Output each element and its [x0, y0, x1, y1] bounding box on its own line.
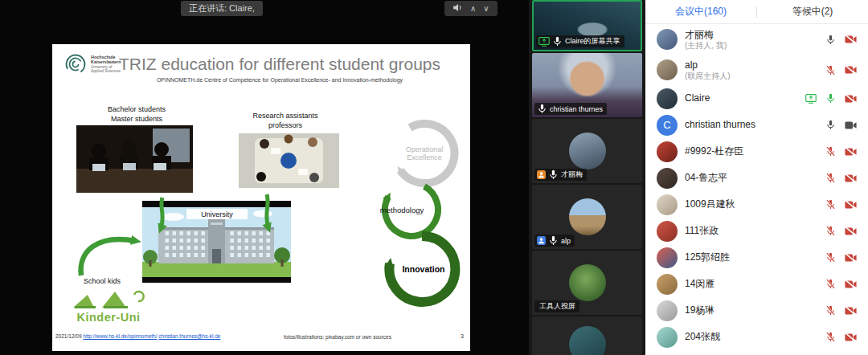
mic-icon[interactable] [825, 120, 836, 130]
meeting-window: 正在讲话: Claire, ∧ ∨ Hochschule [0, 0, 868, 355]
participant-info: 才丽梅 (主持人, 我) [685, 29, 825, 51]
slide-subtitle: OPINNOMETH.de Centre of Competence for O… [99, 77, 461, 83]
participant-row[interactable]: Claire [645, 85, 868, 112]
participant-row[interactable]: 125郭绍胜 [645, 244, 868, 271]
avatar [657, 141, 678, 162]
logo-spiral-icon [63, 52, 88, 76]
avatar [657, 59, 678, 80]
mic-icon[interactable] [825, 93, 836, 104]
camera-icon[interactable] [845, 333, 857, 342]
green-arrow-down-icon [150, 195, 174, 239]
participant-row[interactable]: 19杨琳 [645, 297, 868, 324]
mic-icon[interactable] [537, 104, 547, 114]
mic-icon[interactable] [825, 332, 836, 342]
mic-icon[interactable] [825, 279, 836, 289]
video-tile-label: christian thurnes [534, 103, 607, 115]
stage-toolbar[interactable]: ∧ ∨ [444, 1, 497, 16]
ring3-label: Innovation [402, 264, 444, 274]
mic-icon[interactable] [825, 305, 836, 316]
camera-icon[interactable] [845, 35, 857, 44]
mic-icon[interactable] [825, 146, 836, 157]
tile-status-icons [537, 169, 559, 180]
participant-row[interactable]: 14闵雁 [645, 271, 868, 297]
speaking-indicator: 正在讲话: Claire, [181, 1, 263, 16]
speaker-icon[interactable] [452, 3, 463, 14]
tile-status-icons [537, 235, 559, 246]
kinder-uni-text: Kinder-Uni [68, 311, 149, 324]
participant-row[interactable]: 1009吕建秋 [645, 191, 868, 218]
camera-icon[interactable] [845, 280, 857, 289]
participant-row[interactable]: 111张政 [645, 218, 868, 244]
avatar [657, 168, 678, 189]
speaking-label: 正在讲话: Claire, [189, 2, 255, 14]
participant-row[interactable]: alp (联席主持人) [645, 55, 868, 85]
chevron-up-icon[interactable]: ∧ [470, 5, 476, 13]
screen-share-icon [538, 37, 550, 47]
row-status-icons [825, 279, 857, 289]
video-tile[interactable]: 才丽梅 [532, 119, 642, 183]
avatar [657, 221, 678, 242]
avatar [657, 300, 678, 321]
mic-icon[interactable] [825, 173, 836, 183]
mic-icon[interactable] [548, 235, 559, 246]
tile-status-icons [537, 104, 547, 114]
ring2-label: methodology [380, 206, 424, 214]
camera-icon[interactable] [845, 120, 857, 130]
slide-page-number: 3 [461, 333, 464, 339]
participant-row[interactable]: 才丽梅 (主持人, 我) [645, 24, 868, 55]
participant-name: 04-鲁志平 [685, 172, 825, 184]
camera-icon[interactable] [845, 173, 857, 183]
mic-icon[interactable] [825, 252, 836, 263]
chevron-down-icon[interactable]: ∨ [483, 5, 489, 13]
mic-icon[interactable] [825, 35, 836, 45]
screen-share-icon [805, 94, 817, 104]
video-tile[interactable]: christian thurnes [532, 53, 642, 117]
row-status-icons [825, 173, 857, 183]
participant-role: (联席主持人) [685, 71, 825, 81]
camera-icon[interactable] [845, 226, 857, 236]
row-status-icons [825, 35, 857, 45]
camera-icon[interactable] [845, 65, 857, 75]
mic-icon[interactable] [825, 65, 836, 75]
tab-waiting[interactable]: 等候中(2) [757, 5, 868, 18]
member-badge-icon [537, 236, 546, 245]
video-thumbnail-strip: Claire的屏幕共享 christian thurnes 才丽梅 [529, 0, 645, 355]
row-status-icons [825, 65, 857, 75]
row-status-icons [825, 252, 857, 263]
participant-name: 才丽梅 [685, 29, 825, 41]
video-tile[interactable]: 工具人投屏 [532, 251, 642, 315]
row-status-icons [825, 146, 857, 157]
avatar [657, 29, 678, 50]
participant-row[interactable]: #9992-杜存臣 [645, 138, 868, 165]
slide-title: TRIZ education for different student gro… [99, 55, 461, 74]
camera-icon[interactable] [845, 306, 857, 316]
mic-icon[interactable] [825, 199, 836, 210]
participant-row[interactable]: C christian thurnes [645, 112, 868, 138]
mic-icon[interactable] [548, 169, 559, 180]
participant-name: 204张靓 [685, 331, 825, 343]
video-tile[interactable] [532, 316, 642, 355]
avatar [657, 327, 678, 348]
camera-icon[interactable] [845, 200, 857, 210]
participant-name: 111张政 [685, 225, 825, 237]
footer-link-email: christian.thurnes@hs-kl.de [158, 333, 220, 339]
video-tile[interactable]: Claire的屏幕共享 [532, 0, 642, 51]
camera-icon[interactable] [845, 147, 857, 157]
mic-icon[interactable] [825, 226, 836, 236]
green-arrow-down-icon [255, 192, 279, 239]
camera-icon[interactable] [845, 253, 857, 263]
mic-icon[interactable] [552, 36, 563, 47]
tab-in-meeting[interactable]: 会议中(160) [645, 5, 756, 18]
participant-row[interactable]: 204张靓 [645, 324, 868, 350]
participant-role: (主持人, 我) [685, 41, 825, 51]
video-tile[interactable]: alp [532, 185, 642, 249]
camera-icon[interactable] [845, 94, 857, 104]
participant-name: 19杨琳 [685, 304, 825, 316]
participant-info: 14闵雁 [685, 278, 825, 290]
participant-name: 1009吕建秋 [685, 198, 825, 210]
participant-info: 19杨琳 [685, 304, 825, 316]
footer-date: 2021/12/09 [55, 333, 82, 339]
row-status-icons [825, 226, 857, 236]
label-university: University [201, 210, 233, 218]
participant-row[interactable]: 04-鲁志平 [645, 165, 868, 191]
